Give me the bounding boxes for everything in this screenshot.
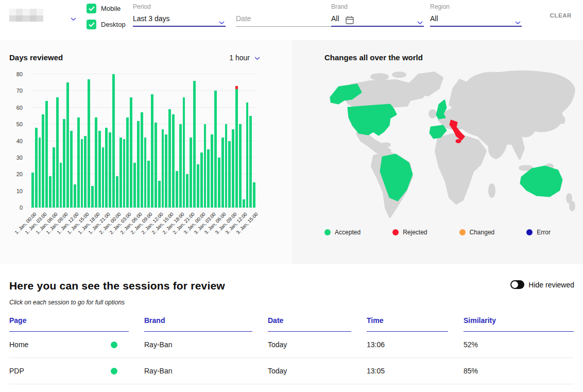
bar (197, 74, 199, 208)
bar (228, 74, 231, 208)
bar (232, 74, 234, 208)
bar (162, 74, 164, 208)
country-uk (437, 100, 446, 118)
interval-chevron-down-icon (254, 54, 260, 62)
desktop-filter[interactable]: Desktop (87, 20, 126, 29)
mobile-checkbox-icon[interactable] (87, 4, 96, 13)
country-new-zealand (567, 194, 571, 202)
country-se-asia (512, 135, 524, 159)
status-dot-icon (111, 342, 117, 348)
country-usa (348, 105, 396, 135)
bar (193, 74, 196, 208)
region-label: Region (430, 3, 522, 10)
bar (172, 74, 175, 208)
bar (253, 74, 255, 208)
bar (207, 74, 210, 208)
bar (214, 74, 217, 208)
bar (168, 74, 171, 208)
bar (133, 74, 136, 208)
sessions-section: Hide reviewed Here you can see the sessi… (0, 264, 583, 384)
bar (63, 74, 65, 208)
period-select[interactable]: Period Last 3 days (133, 3, 226, 28)
session-row-home[interactable]: Home Ray-Ban Today 13:06 52% (9, 332, 574, 358)
logo-chevron-down-icon[interactable] (71, 14, 76, 23)
bar (130, 74, 132, 208)
sessions-table-header: Page Brand Date Time Similarity (9, 316, 574, 332)
bar (144, 74, 147, 208)
bar-chart-xaxis: 1. Jan, 00:001. Jan, 03:001. Jan, 06:001… (31, 208, 256, 244)
bar (35, 74, 38, 208)
country-sicily (456, 140, 460, 143)
bar (186, 74, 188, 208)
bar (60, 74, 62, 208)
hide-reviewed-toggle[interactable] (510, 280, 524, 289)
mobile-checkbox-label: Mobile (101, 5, 121, 12)
col-header-date: Date (268, 316, 351, 332)
days-reviewed-panel: Days reviewed 1 hour 01020304050607080 1… (0, 40, 292, 264)
brand-value: All (331, 14, 339, 23)
desktop-checkbox-label: Desktop (101, 21, 126, 28)
date-placeholder: Date (236, 14, 251, 23)
bar (155, 74, 157, 208)
cell-date: Today (268, 340, 367, 349)
bar (211, 74, 213, 208)
session-row-pdp[interactable]: PDP Ray-Ban Today 13:05 85% (9, 358, 574, 384)
cell-brand: Ray-Ban (144, 367, 268, 375)
col-header-brand: Brand (144, 316, 252, 332)
bar (221, 74, 224, 208)
hide-reviewed-label: Hide reviewed (528, 281, 574, 289)
bar (218, 74, 220, 208)
error-dot-icon (526, 229, 533, 235)
bar (249, 74, 252, 208)
bar (183, 74, 185, 208)
filter-bar: Mobile Desktop Period Last 3 days Date B… (0, 0, 583, 40)
bar (141, 74, 143, 208)
bar (31, 74, 34, 208)
bar (74, 74, 76, 208)
bar (70, 74, 73, 208)
bar (105, 74, 108, 208)
period-label: Period (133, 3, 226, 10)
bar (119, 74, 122, 208)
brand-select[interactable]: Brand All (331, 3, 424, 28)
bar (190, 74, 192, 208)
world-map-panel: Changes all over the world (292, 40, 583, 264)
bar (88, 74, 90, 208)
bar-chart-yaxis: 01020304050607080 (0, 74, 27, 208)
region-value: All (430, 14, 438, 23)
col-header-page: Page (9, 316, 129, 332)
cell-time: 13:06 (367, 340, 464, 349)
bar (95, 74, 97, 208)
bar (225, 74, 228, 208)
changed-dot-icon (459, 229, 466, 235)
country-africa (436, 134, 486, 203)
col-header-time: Time (367, 316, 448, 332)
legend-item-error: Error (526, 229, 551, 236)
desktop-checkbox-icon[interactable] (87, 20, 96, 29)
bar (112, 74, 115, 208)
bar (56, 74, 59, 208)
cell-page: PDP (9, 367, 24, 375)
legend-item-rejected: Rejected (392, 229, 427, 236)
cell-similarity: 85% (464, 367, 574, 375)
accepted-dot-icon (324, 229, 331, 235)
bar-chart-plot (31, 74, 256, 208)
interval-value: 1 hour (229, 54, 250, 62)
cell-similarity: 52% (464, 340, 574, 349)
interval-selector[interactable]: 1 hour (229, 54, 260, 62)
sessions-heading: Here you can see the sessions for review (9, 264, 574, 292)
clear-filters-button[interactable]: CLEAR (550, 12, 572, 19)
bar (137, 74, 140, 208)
bar (165, 74, 167, 208)
bar (151, 74, 153, 208)
bar (158, 74, 161, 208)
mobile-filter[interactable]: Mobile (87, 4, 121, 13)
country-ireland (430, 110, 436, 117)
bar (49, 74, 52, 208)
legend-item-changed: Changed (459, 229, 495, 236)
hide-reviewed-control[interactable]: Hide reviewed (510, 280, 574, 289)
cell-page: Home (9, 340, 28, 349)
region-select[interactable]: Region All (430, 3, 522, 28)
period-value: Last 3 days (133, 14, 170, 23)
chart-title: Days reviewed (9, 53, 63, 62)
